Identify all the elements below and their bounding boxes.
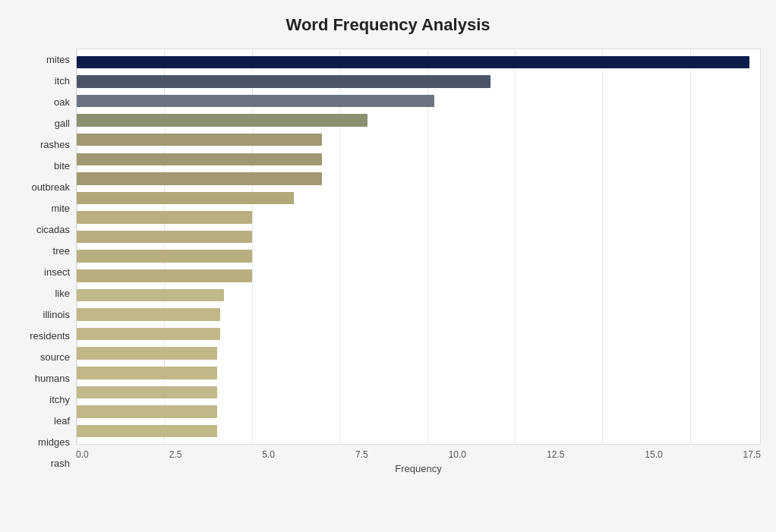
bar-row bbox=[77, 91, 760, 111]
bar bbox=[77, 114, 367, 127]
x-axis-title: Frequency bbox=[76, 463, 761, 474]
bar bbox=[77, 231, 252, 244]
y-label: mite bbox=[51, 203, 70, 213]
bar-row bbox=[77, 188, 760, 208]
y-label: like bbox=[55, 288, 70, 298]
chart-title: Word Frequency Analysis bbox=[15, 15, 761, 35]
plot-area: 0.02.55.07.510.012.515.017.5 Frequency bbox=[76, 49, 761, 474]
y-label: leaf bbox=[54, 416, 70, 426]
bar-row bbox=[77, 247, 760, 266]
bar-row bbox=[77, 266, 760, 286]
x-tick-label: 7.5 bbox=[355, 449, 368, 460]
y-label: insect bbox=[44, 267, 70, 277]
bar bbox=[77, 289, 224, 302]
bar-row bbox=[77, 382, 760, 402]
bar bbox=[77, 56, 749, 69]
y-label: itch bbox=[55, 76, 70, 86]
y-label: midges bbox=[38, 437, 70, 447]
y-label: oak bbox=[54, 97, 70, 107]
y-label: bite bbox=[54, 161, 70, 171]
bar-row bbox=[77, 402, 760, 422]
bar-row bbox=[77, 130, 760, 150]
chart-area: mitesitchoakgallrashesbiteoutbreakmiteci… bbox=[15, 49, 761, 474]
x-tick-label: 5.0 bbox=[262, 449, 275, 460]
bar bbox=[77, 269, 252, 282]
bar-row bbox=[77, 305, 760, 325]
bar-row bbox=[77, 111, 760, 131]
bar bbox=[77, 134, 322, 146]
bar-row bbox=[77, 227, 760, 247]
bar bbox=[77, 153, 322, 166]
bar-row bbox=[77, 169, 760, 189]
y-label: outbreak bbox=[31, 182, 70, 192]
y-label: source bbox=[40, 352, 70, 362]
bar bbox=[77, 425, 217, 438]
bar bbox=[77, 250, 252, 263]
bars-inner bbox=[77, 49, 760, 444]
bars-wrapper bbox=[76, 49, 761, 445]
y-label: rash bbox=[51, 458, 70, 468]
bar bbox=[77, 347, 217, 360]
bar bbox=[77, 95, 434, 108]
y-label: rashes bbox=[40, 140, 70, 150]
bar-row bbox=[77, 52, 760, 72]
bar bbox=[77, 405, 217, 418]
y-label: illinois bbox=[43, 310, 70, 320]
y-label: gall bbox=[55, 118, 70, 128]
bar-row bbox=[77, 208, 760, 228]
y-label: mites bbox=[46, 55, 70, 65]
bar bbox=[77, 75, 491, 88]
bar-row bbox=[77, 344, 760, 364]
bar-row bbox=[77, 324, 760, 344]
bar bbox=[77, 211, 252, 224]
y-axis-labels: mitesitchoakgallrashesbiteoutbreakmiteci… bbox=[15, 49, 76, 474]
x-tick-label: 17.5 bbox=[743, 449, 761, 460]
bar-row bbox=[77, 421, 760, 441]
x-tick-label: 2.5 bbox=[169, 449, 182, 460]
y-label: itchy bbox=[49, 395, 70, 405]
bar bbox=[77, 328, 220, 341]
x-tick-label: 12.5 bbox=[547, 449, 564, 460]
bar-row bbox=[77, 364, 760, 383]
bar-row bbox=[77, 285, 760, 305]
y-label: cicadas bbox=[36, 225, 70, 235]
bar bbox=[77, 367, 217, 379]
x-tick-label: 0.0 bbox=[76, 449, 89, 460]
bar bbox=[77, 172, 322, 185]
bar-row bbox=[77, 72, 760, 92]
bar bbox=[77, 308, 220, 321]
bar bbox=[77, 192, 294, 205]
chart-container: Word Frequency Analysis mitesitchoakgall… bbox=[0, 0, 776, 532]
y-label: residents bbox=[30, 331, 70, 341]
x-tick-label: 15.0 bbox=[645, 449, 662, 460]
y-label: tree bbox=[53, 246, 70, 256]
bar bbox=[77, 386, 217, 399]
x-tick-label: 10.0 bbox=[449, 449, 466, 460]
x-axis: 0.02.55.07.510.012.515.017.5 bbox=[76, 445, 761, 460]
y-label: humans bbox=[35, 373, 70, 383]
bar-row bbox=[77, 150, 760, 169]
